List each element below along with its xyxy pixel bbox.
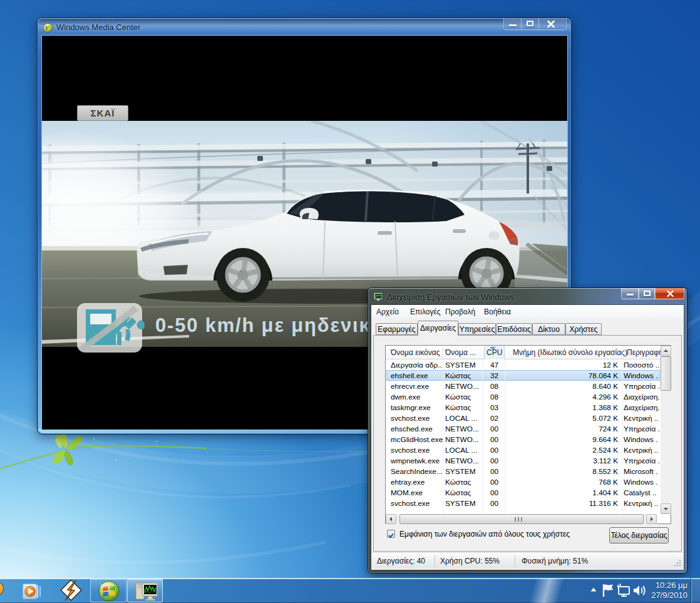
svg-text:0-50 km/h με μηδενική: 0-50 km/h με μηδενική — [155, 314, 384, 336]
